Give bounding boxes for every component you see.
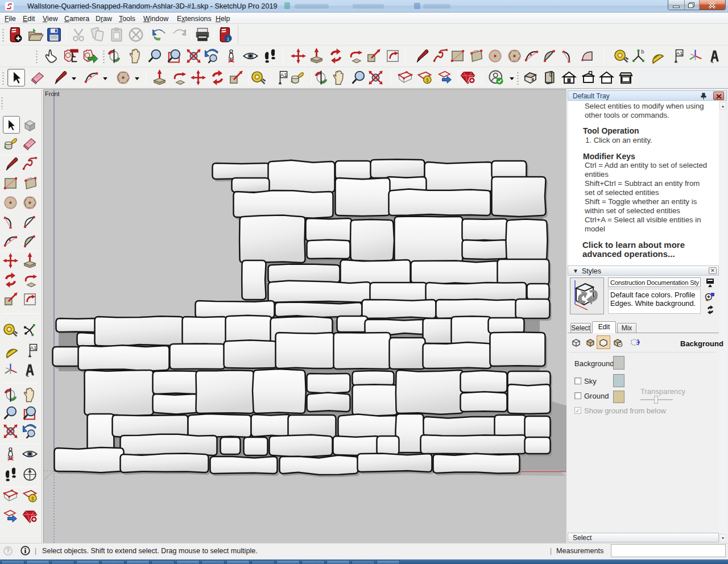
svg-text:Front: Front <box>45 90 60 97</box>
